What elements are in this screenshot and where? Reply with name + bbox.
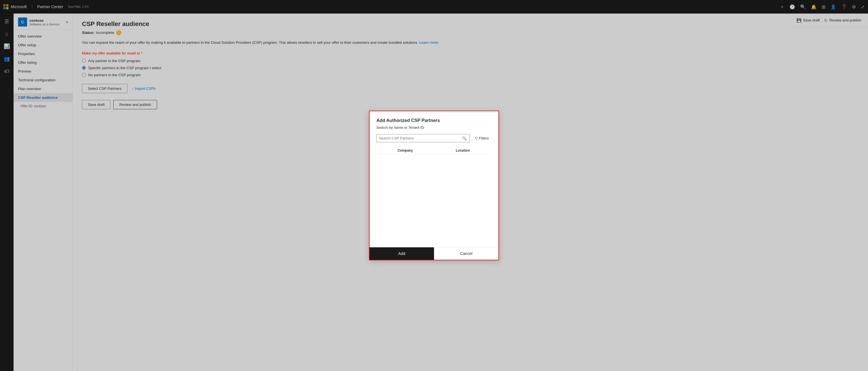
table-empty-state (376, 156, 492, 240)
table-header: Company Location (376, 147, 492, 155)
location-column-header: Location (434, 148, 492, 153)
modal-body: Add Authorized CSP Partners Search by na… (370, 111, 498, 247)
cancel-button[interactable]: Cancel (434, 247, 499, 260)
add-button[interactable]: Add (370, 247, 434, 260)
search-csp-input[interactable] (377, 134, 459, 142)
modal-title: Add Authorized CSP Partners (376, 118, 492, 123)
filter-icon: ▽ (475, 136, 478, 140)
filter-button[interactable]: ▽ Filters (472, 134, 492, 142)
company-column-header: Company (376, 148, 434, 153)
modal-footer: Add Cancel (370, 247, 498, 260)
modal-overlay: Add Authorized CSP Partners Search by na… (0, 0, 868, 371)
modal-subtitle: Search by name or Tenant ID (376, 125, 492, 130)
search-row: 🔍 ▽ Filters (376, 134, 492, 142)
add-csp-partners-modal: Add Authorized CSP Partners Search by na… (369, 111, 499, 260)
search-submit-button[interactable]: 🔍 (459, 134, 470, 142)
search-input-wrap: 🔍 (376, 134, 470, 142)
